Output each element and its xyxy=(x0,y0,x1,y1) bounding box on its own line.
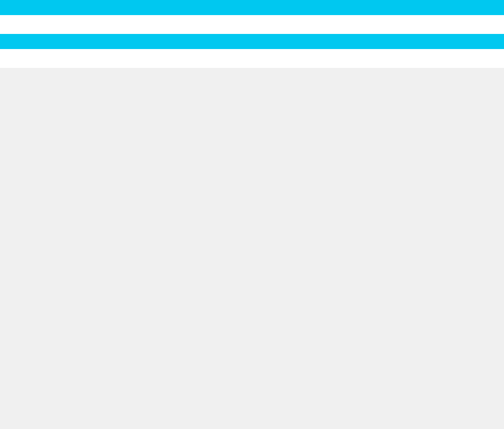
icons-container xyxy=(0,15,504,34)
header xyxy=(0,34,504,49)
header xyxy=(0,0,504,15)
icons-container xyxy=(0,49,504,68)
